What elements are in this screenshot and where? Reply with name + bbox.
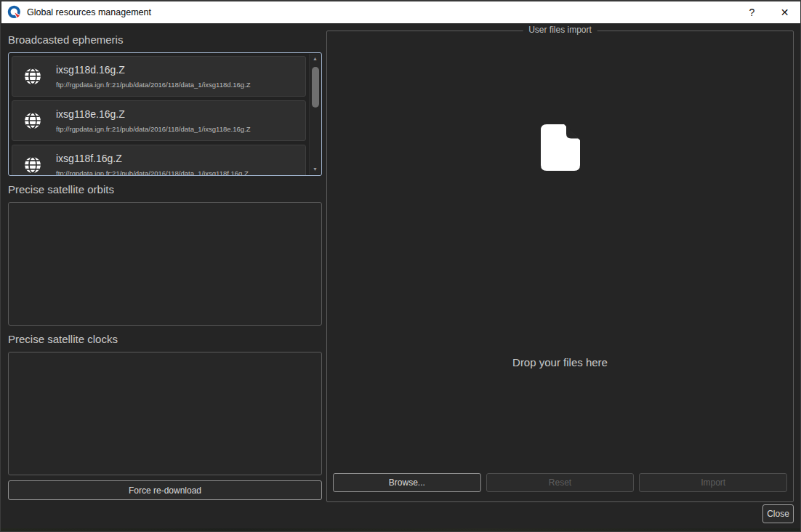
- user-files-import-group: User files import Drop your files here B…: [326, 31, 794, 502]
- scroll-up-icon[interactable]: ▲: [313, 54, 318, 64]
- ephemeris-file-url: ftp://rgpdata.ign.fr:21/pub/data/2016/11…: [56, 81, 250, 89]
- scrollbar-track[interactable]: [310, 64, 321, 164]
- import-button[interactable]: Import: [639, 473, 787, 492]
- list-item[interactable]: ixsg118d.16g.Z ftp://rgpdata.ign.fr:21/p…: [12, 56, 306, 97]
- globe-icon: [23, 156, 42, 174]
- ephemeris-file-url: ftp://rgpdata.ign.fr:21/pub/data/2016/11…: [56, 169, 249, 176]
- ephemeris-file-name: ixsg118e.16g.Z: [56, 108, 250, 121]
- globe-icon: [23, 67, 42, 86]
- ephemeris-file-name: ixsg118d.16g.Z: [56, 64, 250, 76]
- list-item[interactable]: ixsg118f.16g.Z ftp://rgpdata.ign.fr:21/p…: [12, 145, 306, 176]
- dialog-global-resources-management: Global resources management ? ✕ Broadcas…: [0, 0, 801, 532]
- list-item[interactable]: ixsg118e.16g.Z ftp://rgpdata.ign.fr:21/p…: [12, 100, 306, 141]
- force-redownload-button[interactable]: Force re-download: [8, 480, 322, 500]
- broadcasted-ephemeris-list[interactable]: ixsg118d.16g.Z ftp://rgpdata.ign.fr:21/p…: [8, 52, 322, 176]
- list-item-text: ixsg118e.16g.Z ftp://rgpdata.ign.fr:21/p…: [56, 108, 250, 133]
- list-item-text: ixsg118d.16g.Z ftp://rgpdata.ign.fr:21/p…: [56, 64, 250, 89]
- precise-orbits-list[interactable]: [8, 202, 322, 326]
- file-icon: [540, 124, 581, 172]
- window-close-button[interactable]: ✕: [768, 1, 801, 23]
- browse-button[interactable]: Browse...: [333, 473, 481, 492]
- help-button[interactable]: ?: [736, 1, 768, 23]
- scrollbar-thumb[interactable]: [312, 67, 319, 108]
- globe-icon: [23, 111, 42, 130]
- ephemeris-file-name: ixsg118f.16g.Z: [56, 153, 249, 165]
- group-title: User files import: [523, 25, 597, 35]
- precise-clocks-list[interactable]: [8, 352, 322, 475]
- window-bottom-edge: [1, 528, 800, 531]
- reset-button[interactable]: Reset: [486, 473, 635, 492]
- close-button[interactable]: Close: [762, 504, 794, 523]
- ephemeris-file-url: ftp://rgpdata.ign.fr:21/pub/data/2016/11…: [56, 125, 250, 133]
- list-item-text: ixsg118f.16g.Z ftp://rgpdata.ign.fr:21/p…: [56, 153, 249, 176]
- vertical-scrollbar[interactable]: ▲ ▼: [309, 54, 321, 174]
- titlebar: Global resources management ? ✕: [1, 1, 801, 23]
- scroll-down-icon[interactable]: ▼: [313, 164, 318, 174]
- broadcasted-ephemeris-heading: Broadcasted ephemeris: [8, 33, 322, 48]
- app-logo-icon: [7, 5, 22, 20]
- window-title: Global resources management: [27, 7, 151, 17]
- drop-zone-label: Drop your files here: [327, 356, 793, 368]
- precise-orbits-heading: Precise satellite orbits: [8, 183, 322, 198]
- precise-clocks-heading: Precise satellite clocks: [8, 333, 322, 347]
- import-buttons-row: Browse... Reset Import: [333, 473, 787, 492]
